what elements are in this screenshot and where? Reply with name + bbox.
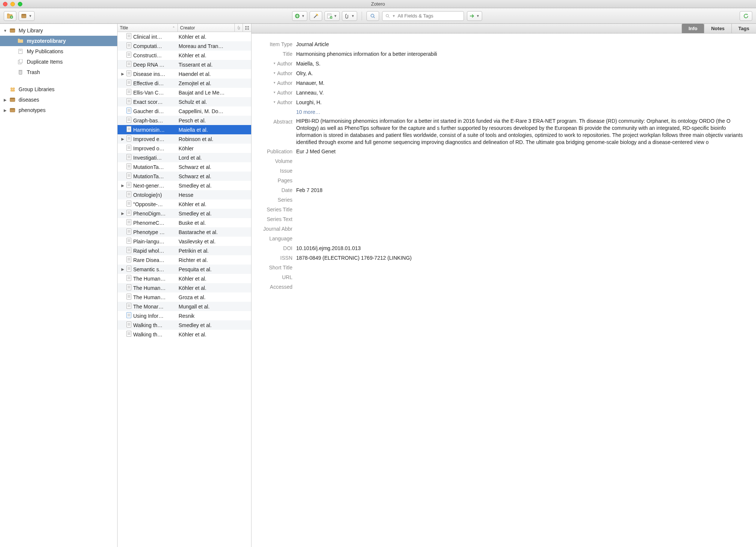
sidebar-my-publications[interactable]: My Publications: [0, 46, 117, 57]
item-row[interactable]: Harmonisin…Maiella et al.: [118, 125, 251, 134]
item-row[interactable]: Investigati…Lord et al.: [118, 153, 251, 162]
field-label-author[interactable]: ▼Author: [252, 69, 296, 77]
sidebar-group-libraries[interactable]: Group Libraries: [0, 84, 117, 95]
disclosure-icon[interactable]: ▼: [3, 29, 7, 33]
item-row[interactable]: ▶Next-gener…Smedley et al.: [118, 181, 251, 190]
item-row[interactable]: Using Infor…Resnik: [118, 311, 251, 320]
svg-rect-21: [19, 51, 22, 51]
disclosure-icon[interactable]: ▶: [118, 183, 125, 188]
field-label-author[interactable]: ▼Author: [252, 98, 296, 106]
disclosure-icon[interactable]: ▶: [118, 72, 125, 76]
sidebar-collection-selected[interactable]: myzoterolibrary: [0, 36, 117, 46]
column-header-attachment[interactable]: [235, 24, 243, 32]
svg-rect-28: [10, 90, 15, 92]
disclosure-icon[interactable]: ▶: [118, 211, 125, 215]
field-author[interactable]: Lanneau, V.: [296, 89, 752, 97]
new-collection-button[interactable]: [4, 11, 16, 21]
item-row[interactable]: The Human…Köhler et al.: [118, 283, 251, 292]
item-row[interactable]: ▶Semantic s…Pesquita et al.: [118, 265, 251, 274]
item-row[interactable]: ▶Improved e…Robinson et al.: [118, 134, 251, 144]
item-row[interactable]: ▶PhenoDigm…Smedley et al.: [118, 209, 251, 218]
field-title[interactable]: Harmonising phenomics information for a …: [296, 50, 752, 58]
field-author[interactable]: Lourghi, H.: [296, 98, 752, 106]
sidebar-phenotypes[interactable]: ▶ phenotypes: [0, 105, 117, 115]
item-creator: Lord et al.: [177, 155, 251, 161]
tab-notes[interactable]: Notes: [704, 24, 731, 33]
item-row[interactable]: Ellis-Van C…Baujat and Le Me…: [118, 88, 251, 97]
item-row[interactable]: The Human…Köhler et al.: [118, 274, 251, 283]
item-title: Graph-bas…: [132, 118, 177, 124]
item-row[interactable]: Effective di…Zemojtel et al.: [118, 79, 251, 88]
field-item-type[interactable]: Journal Article: [296, 40, 752, 48]
more-authors-link[interactable]: 10 more…: [296, 108, 752, 116]
item-row[interactable]: Graph-bas…Pesch et al.: [118, 116, 251, 125]
item-title: Constructi…: [132, 52, 177, 58]
item-row[interactable]: Plain-langu…Vasilevsky et al.: [118, 237, 251, 246]
sidebar-diseases[interactable]: ▶ diseases: [0, 95, 117, 105]
item-title: Clinical int…: [132, 34, 177, 40]
document-icon: [125, 312, 132, 319]
item-row[interactable]: Clinical int…Köhler et al.: [118, 32, 251, 41]
sidebar-label: phenotypes: [19, 107, 45, 113]
item-row[interactable]: Ontologie(n)Hesse: [118, 190, 251, 199]
item-creator: Baujat and Le Me…: [177, 90, 251, 96]
tab-tags[interactable]: Tags: [731, 24, 756, 33]
field-publication[interactable]: Eur J Med Genet: [296, 147, 752, 156]
field-label-author[interactable]: ▼Author: [252, 79, 296, 87]
locate-button[interactable]: ▼: [467, 11, 482, 21]
search-field[interactable]: ▼: [382, 11, 464, 21]
item-row[interactable]: "Opposite-…Köhler et al.: [118, 199, 251, 209]
item-row[interactable]: Improved o…Köhler: [118, 144, 251, 153]
sort-asc-icon: ⌃: [172, 26, 175, 30]
item-row[interactable]: Gaucher di…Cappellini, M. Do…: [118, 106, 251, 116]
item-row[interactable]: Exact scor…Schulz et al.: [118, 97, 251, 106]
item-row[interactable]: Constructi…Köhler et al.: [118, 51, 251, 60]
item-row[interactable]: PhenomeC…Buske et al.: [118, 218, 251, 227]
item-row[interactable]: Phenotype …Bastarache et al.: [118, 227, 251, 237]
sidebar-my-library[interactable]: ▼ My Library: [0, 25, 117, 36]
advanced-search-button[interactable]: [366, 11, 379, 21]
field-label: URL: [252, 273, 296, 281]
item-row[interactable]: The Human…Groza et al.: [118, 292, 251, 302]
new-item-button[interactable]: ▼: [292, 11, 307, 21]
field-doi[interactable]: 10.1016/j.ejmg.2018.01.013: [296, 244, 752, 252]
sidebar-duplicate-items[interactable]: Duplicate Items: [0, 57, 117, 67]
disclosure-icon[interactable]: ▶: [118, 137, 125, 141]
item-row[interactable]: Rare Disea…Richter et al.: [118, 255, 251, 265]
item-title: The Monar…: [132, 304, 177, 310]
tab-info[interactable]: Info: [682, 24, 704, 33]
item-row[interactable]: ▶Disease ins…Haendel et al.: [118, 69, 251, 79]
disclosure-icon[interactable]: ▶: [3, 108, 7, 112]
item-row[interactable]: Walking th…Smedley et al.: [118, 320, 251, 330]
column-header-creator[interactable]: Creator: [178, 24, 235, 32]
field-date[interactable]: Feb 7 2018: [296, 186, 752, 194]
field-author[interactable]: Olry, A.: [296, 69, 752, 77]
field-author[interactable]: Maiella, S.: [296, 60, 752, 68]
item-row[interactable]: Rapid whol…Petrikin et al.: [118, 246, 251, 255]
search-input[interactable]: [398, 13, 461, 19]
item-title: Semantic s…: [132, 266, 177, 272]
attachment-button[interactable]: ▼: [342, 11, 357, 21]
sync-button[interactable]: [740, 11, 752, 21]
field-label-author[interactable]: ▼Author: [252, 60, 296, 68]
field-label-author[interactable]: ▼Author: [252, 89, 296, 97]
item-row[interactable]: MutationTa…Schwarz et al.: [118, 172, 251, 181]
disclosure-icon[interactable]: ▶: [3, 98, 7, 102]
new-library-button[interactable]: ▼: [19, 11, 35, 21]
document-icon: [125, 201, 132, 208]
column-picker[interactable]: [243, 24, 251, 32]
item-row[interactable]: Deep RNA …Tisserant et al.: [118, 60, 251, 69]
sidebar-trash[interactable]: Trash: [0, 67, 117, 77]
field-abstract[interactable]: HIPBI-RD (Harmonising phenomics informat…: [296, 118, 752, 146]
item-row[interactable]: Computati…Moreau and Tran…: [118, 41, 251, 51]
document-icon: [125, 154, 132, 161]
field-author[interactable]: Hanauer, M.: [296, 79, 752, 87]
column-header-title[interactable]: Title ⌃: [118, 24, 178, 32]
wand-button[interactable]: [310, 11, 322, 21]
new-note-button[interactable]: ▼: [324, 11, 340, 21]
item-row[interactable]: MutationTa…Schwarz et al.: [118, 162, 251, 172]
item-row[interactable]: The Monar…Mungall et al.: [118, 302, 251, 311]
item-row[interactable]: Walking th…Köhler et al.: [118, 330, 251, 339]
disclosure-icon[interactable]: ▶: [118, 267, 125, 271]
field-issn[interactable]: 1878-0849 (ELECTRONIC) 1769-7212 (LINKIN…: [296, 254, 752, 262]
